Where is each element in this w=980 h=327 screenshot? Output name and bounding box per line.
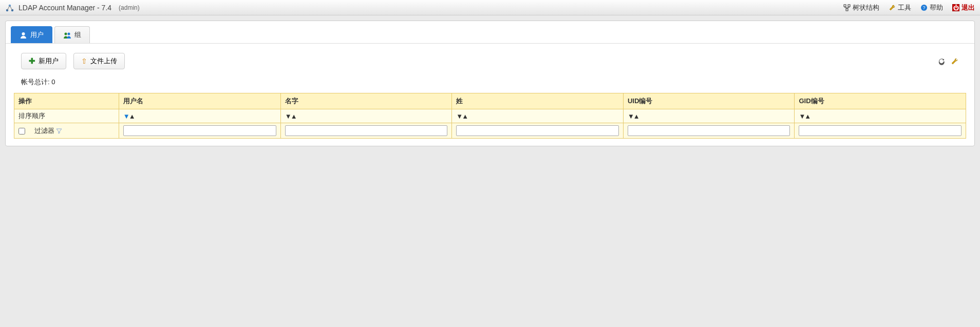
sort-row: 排序顺序 ▼▲ ▼▲ ▼	[14, 109, 966, 123]
filter-lastname-input[interactable]	[456, 125, 619, 136]
filter-firstname-input[interactable]	[285, 125, 448, 136]
sort-label-cell: 排序顺序	[14, 109, 119, 123]
filter-uid-input[interactable]	[628, 125, 790, 136]
tab-groups-label: 组	[74, 30, 81, 40]
nav-logout[interactable]: ⏻ 退出	[952, 3, 975, 12]
file-upload-label: 文件上传	[90, 56, 117, 66]
upload-icon: ⇧	[81, 57, 87, 65]
sort-asc-icon: ▲	[291, 112, 296, 120]
file-upload-button[interactable]: ⇧ 文件上传	[73, 53, 125, 69]
header-row: 操作 用户名 名字 姓 UID编号 GID编号	[14, 93, 966, 109]
nav-tools-label: 工具	[898, 3, 911, 12]
col-header-username[interactable]: 用户名	[119, 93, 280, 109]
nav-help[interactable]: ? 帮助	[920, 3, 943, 12]
topbar-right: 树状结构 工具 ? 帮助 ⏻ 退出	[843, 3, 975, 12]
tab-groups[interactable]: 组	[54, 26, 90, 43]
filter-gid-input[interactable]	[799, 125, 962, 136]
select-all-checkbox[interactable]	[18, 128, 25, 134]
topbar-left: LDAP Account Manager - 7.4 (admin)	[5, 3, 140, 12]
user-icon	[20, 31, 27, 40]
col-header-lastname[interactable]: 姓	[452, 93, 624, 109]
svg-point-15	[65, 33, 67, 35]
count-label-text: 帐号总计:	[21, 78, 50, 86]
tree-icon	[843, 4, 851, 12]
tab-users[interactable]: 用户	[11, 26, 52, 43]
topbar: LDAP Account Manager - 7.4 (admin) 树状结构 …	[0, 0, 980, 15]
sort-uid[interactable]: ▼▲	[628, 112, 639, 120]
svg-line-4	[10, 6, 12, 10]
wrench-icon	[889, 4, 896, 12]
action-icons-right	[937, 56, 959, 66]
sort-asc-icon: ▲	[462, 112, 467, 120]
svg-rect-6	[848, 5, 850, 7]
col-header-gid[interactable]: GID编号	[795, 93, 966, 109]
tabs: 用户 组	[6, 21, 974, 44]
col-header-firstname[interactable]: 名字	[280, 93, 452, 109]
admin-label: (admin)	[119, 4, 140, 11]
sort-firstname[interactable]: ▼▲	[285, 112, 296, 120]
filter-icon	[56, 127, 62, 134]
new-user-label: 新用户	[39, 56, 59, 66]
nav-tree-label: 树状结构	[853, 3, 879, 12]
new-user-button[interactable]: ✚ 新用户	[21, 53, 66, 69]
filter-username-input[interactable]	[123, 125, 276, 136]
sort-asc-icon: ▲	[633, 112, 639, 120]
svg-line-3	[7, 6, 10, 10]
sort-username[interactable]: ▼▲	[123, 112, 135, 120]
sort-desc-icon: ▼	[799, 112, 804, 120]
svg-point-16	[68, 33, 70, 35]
action-row: ✚ 新用户 ⇧ 文件上传	[6, 44, 974, 74]
sort-lastname[interactable]: ▼▲	[456, 112, 467, 120]
tab-users-label: 用户	[30, 30, 44, 40]
sort-desc-icon: ▼	[628, 112, 633, 120]
sort-asc-icon: ▲	[129, 112, 135, 120]
account-count: 帐号总计: 0	[6, 74, 974, 93]
refresh-button[interactable]	[937, 56, 946, 66]
filter-label-text: 过滤器	[34, 127, 54, 134]
settings-button[interactable]	[950, 56, 959, 66]
svg-text:?: ?	[922, 5, 925, 10]
count-value: 0	[51, 78, 55, 86]
help-icon: ?	[920, 4, 928, 12]
svg-rect-7	[846, 9, 848, 11]
sort-desc-icon: ▼	[285, 112, 291, 120]
main-panel: 用户 组 ✚ 新用户 ⇧ 文件上传	[5, 21, 975, 146]
filter-row: 过滤器	[14, 123, 966, 139]
svg-point-14	[22, 32, 25, 35]
main-wrap: 用户 组 ✚ 新用户 ⇧ 文件上传	[0, 15, 980, 151]
table-wrap: 操作 用户名 名字 姓 UID编号 GID编号 排序顺序 ▼▲	[6, 93, 974, 146]
svg-rect-5	[844, 5, 846, 7]
group-icon	[63, 31, 71, 40]
sort-desc-icon: ▼	[123, 112, 129, 120]
nav-logout-label: 退出	[962, 3, 975, 12]
filter-label-cell: 过滤器	[14, 123, 119, 139]
plus-icon: ✚	[29, 56, 35, 66]
sort-asc-icon: ▲	[804, 112, 810, 120]
app-title: LDAP Account Manager - 7.4	[18, 4, 111, 12]
user-table: 操作 用户名 名字 姓 UID编号 GID编号 排序顺序 ▼▲	[14, 93, 966, 139]
lam-logo-icon	[5, 3, 14, 12]
nav-help-label: 帮助	[930, 3, 943, 12]
sort-desc-icon: ▼	[456, 112, 462, 120]
nav-tree-view[interactable]: 树状结构	[843, 3, 879, 12]
power-icon: ⏻	[952, 4, 959, 11]
col-header-action[interactable]: 操作	[14, 93, 119, 109]
col-header-uid[interactable]: UID编号	[623, 93, 795, 109]
nav-tools[interactable]: 工具	[889, 3, 911, 12]
sort-gid[interactable]: ▼▲	[799, 112, 810, 120]
